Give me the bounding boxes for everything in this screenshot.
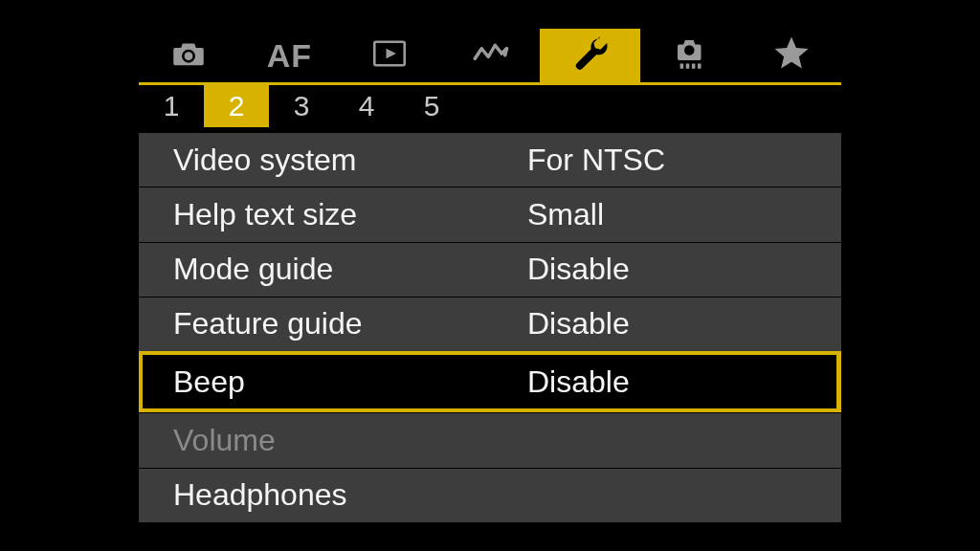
tab-mymenu[interactable] <box>741 29 841 82</box>
subtab-1[interactable]: 1 <box>139 85 204 127</box>
tab-custom[interactable] <box>640 29 741 82</box>
tab-playback[interactable] <box>340 29 440 82</box>
row-feature-guide[interactable]: Feature guide Disable <box>139 297 841 351</box>
row-value: For NTSC <box>527 143 816 178</box>
wireless-icon <box>470 33 510 77</box>
row-label: Mode guide <box>173 252 527 287</box>
row-label: Headphones <box>173 477 527 513</box>
row-value: Disable <box>527 364 812 400</box>
row-label: Beep <box>173 364 527 400</box>
main-tab-bar: AF <box>139 29 841 82</box>
tab-af[interactable]: AF <box>239 29 340 82</box>
play-icon <box>369 33 410 77</box>
row-beep[interactable]: Beep Disable <box>139 351 841 412</box>
subtab-5[interactable]: 5 <box>399 85 464 127</box>
row-help-text-size[interactable]: Help text size Small <box>139 187 841 241</box>
settings-list: Video system For NTSC Help text size Sma… <box>139 132 841 522</box>
camera-menu-screen: AF 1 2 <box>0 0 980 551</box>
row-label: Volume <box>173 423 527 458</box>
row-video-system[interactable]: Video system For NTSC <box>139 132 841 187</box>
row-headphones[interactable]: Headphones <box>139 468 841 522</box>
wrench-icon <box>570 33 611 77</box>
svg-rect-3 <box>692 64 696 69</box>
row-label: Video system <box>173 143 527 178</box>
subtab-2[interactable]: 2 <box>204 85 269 127</box>
row-value: Disable <box>527 306 816 342</box>
tab-setup[interactable] <box>540 29 640 82</box>
subtab-4[interactable]: 4 <box>334 85 399 127</box>
subtab-3[interactable]: 3 <box>269 85 334 127</box>
row-label: Help text size <box>173 197 527 232</box>
tab-wireless[interactable] <box>440 29 541 82</box>
sub-tab-bar: 1 2 3 4 5 <box>139 85 841 127</box>
custom-icon <box>671 33 711 77</box>
tab-shoot[interactable] <box>139 29 239 82</box>
row-value: Disable <box>527 252 816 287</box>
row-value: Small <box>527 197 816 232</box>
star-icon <box>771 33 812 77</box>
row-mode-guide[interactable]: Mode guide Disable <box>139 242 841 297</box>
row-volume: Volume <box>139 412 841 467</box>
svg-rect-1 <box>679 64 683 69</box>
row-label: Feature guide <box>173 306 527 342</box>
af-icon: AF <box>267 37 312 75</box>
camera-icon <box>168 33 209 77</box>
svg-rect-2 <box>685 64 689 69</box>
svg-rect-4 <box>698 64 702 69</box>
